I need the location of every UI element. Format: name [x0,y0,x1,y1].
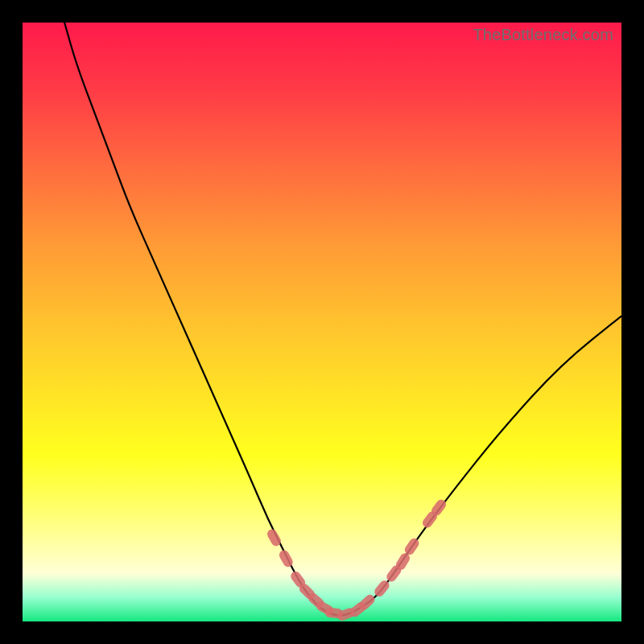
chart-frame: TheBottleneck.com [0,0,644,644]
chart-plot-area: TheBottleneck.com [23,23,621,621]
curve-line [64,23,621,616]
curve-markers [266,497,448,621]
bottleneck-curve [23,23,621,621]
